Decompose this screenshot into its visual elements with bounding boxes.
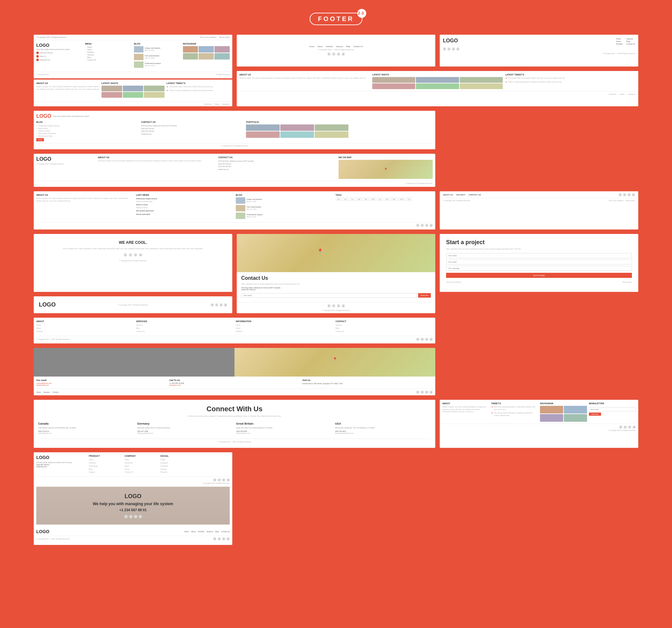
tag[interactable]: css [406, 197, 412, 201]
nav-contact[interactable]: Contact Us [221, 531, 230, 533]
card10-email-input[interactable] [241, 293, 417, 298]
nav-home[interactable]: Home [309, 46, 314, 47]
social-yt[interactable]: y [139, 515, 142, 518]
card14-email2[interactable]: info@email.com [36, 384, 167, 386]
card5-read-btn[interactable]: Read [36, 138, 44, 141]
nav-home[interactable]: Home [616, 38, 623, 40]
social-tw[interactable]: t [134, 253, 137, 257]
tag[interactable]: divi [356, 197, 362, 201]
link-facebook[interactable]: Facebook [609, 93, 616, 95]
social-ig[interactable]: i [129, 515, 133, 518]
nav-vacancy[interactable]: Vacancy [207, 531, 213, 533]
social-tw[interactable]: t [219, 303, 223, 306]
menu-portfolio[interactable]: Portfolio [85, 51, 133, 53]
card14-phone2[interactable]: Request a call [169, 384, 300, 386]
social-tw[interactable]: t [425, 224, 428, 227]
card10-subscribe-btn[interactable]: Subscribe [418, 293, 431, 298]
card8-terms[interactable]: Terms and conditions [608, 200, 623, 202]
social-fb[interactable]: f [619, 193, 622, 196]
link-contact[interactable]: CONTACT US [469, 194, 481, 196]
card1-privacy[interactable]: Privacy policy [219, 36, 230, 38]
social-ig[interactable]: i [624, 425, 627, 429]
link-twitter[interactable]: Twitter [620, 93, 625, 95]
social-fb[interactable]: f [328, 304, 331, 307]
tag[interactable]: css [350, 197, 355, 201]
nav-contact[interactable]: Contact Us [353, 46, 363, 47]
social-ig[interactable]: i [215, 303, 218, 306]
social-tw[interactable]: t [425, 391, 428, 394]
social-ig[interactable]: i [421, 224, 424, 227]
social-tw[interactable]: t [628, 425, 631, 429]
social-tw[interactable]: t [222, 479, 225, 482]
link-twitter[interactable]: Twitter [214, 103, 219, 105]
nav-about[interactable]: About [317, 46, 322, 47]
social-yt[interactable]: y [139, 253, 142, 257]
card8-privacy[interactable]: Privacy policy [625, 200, 635, 202]
social-yt[interactable]: y [430, 391, 433, 394]
social-yt[interactable]: y [342, 304, 345, 307]
social-ig[interactable]: i [623, 193, 626, 196]
tag[interactable]: divi [336, 197, 342, 201]
social-ig[interactable]: i [332, 52, 335, 56]
menu-about[interactable]: About [85, 49, 133, 51]
social-fb[interactable]: f [211, 303, 214, 306]
social-yt[interactable]: y [430, 338, 433, 341]
social-ig[interactable]: i [218, 537, 221, 540]
social-fb[interactable]: f [416, 224, 419, 227]
social-yt[interactable]: y [632, 193, 635, 196]
tag[interactable]: html [399, 197, 405, 201]
nav-contact[interactable]: Contact [52, 391, 58, 393]
tag[interactable]: html [391, 197, 397, 201]
card11-terms[interactable]: Terms and conditions [446, 281, 461, 283]
social-tw[interactable]: t [425, 338, 428, 341]
social-yt[interactable]: y [632, 425, 636, 429]
nav-contactus[interactable]: Contact Us [626, 43, 635, 45]
link-vacancy[interactable]: VACANCY [456, 194, 465, 196]
nav-vacancy[interactable]: Vacancy [626, 38, 635, 40]
menu-vacancy[interactable]: Vacancy [85, 54, 133, 56]
social-yt[interactable]: y [224, 303, 227, 306]
newsletter-input[interactable] [589, 407, 636, 412]
nav-blog[interactable]: Blog [626, 41, 635, 42]
tag[interactable]: divi [384, 197, 390, 201]
tag[interactable]: css [377, 197, 383, 201]
social-yt[interactable]: y [456, 47, 459, 51]
menu-home[interactable]: Home [85, 46, 133, 48]
social-ig[interactable]: i [447, 47, 451, 51]
tag[interactable]: divi [363, 197, 369, 201]
social-tw[interactable]: t [222, 537, 225, 540]
nav-vacancy[interactable]: Vacancy [336, 46, 343, 47]
social-fb[interactable]: f [124, 515, 127, 518]
nav-about[interactable]: About [191, 531, 196, 533]
social-yt[interactable]: y [226, 537, 230, 540]
card11-privacy[interactable]: Privacy policy [622, 281, 632, 283]
link-instagram[interactable]: Instagram [222, 103, 230, 105]
social-yt[interactable]: y [342, 52, 345, 56]
tag[interactable]: divi [343, 197, 349, 201]
nav-about[interactable]: About [616, 41, 623, 42]
card1-terms[interactable]: Terms and conditions [200, 36, 216, 38]
newsletter-btn[interactable]: Subscribe [589, 413, 601, 416]
card11-message-input[interactable] [446, 266, 632, 271]
social-fb[interactable]: f [124, 253, 127, 257]
social-fb[interactable]: f [416, 338, 419, 341]
social-tw[interactable]: t [337, 52, 340, 56]
social-tw[interactable]: t [134, 515, 137, 518]
menu-blog[interactable]: Blog [85, 56, 133, 58]
social-fb[interactable]: f [213, 537, 216, 540]
nav-home[interactable]: Home [184, 531, 189, 533]
link-facebook[interactable]: Facebook [204, 103, 212, 105]
social-fb[interactable]: f [416, 391, 419, 394]
social-yt[interactable]: y [226, 479, 230, 482]
social-yt[interactable]: y [430, 224, 433, 227]
link-about[interactable]: ABOUT US [443, 194, 453, 196]
nav-blog[interactable]: Blog [346, 46, 350, 47]
social-ig[interactable]: i [421, 391, 424, 394]
nav-about[interactable]: About [36, 391, 41, 393]
social-ig[interactable]: i [421, 338, 424, 341]
card11-name-input[interactable] [446, 253, 632, 258]
card11-send-btn[interactable]: Send message [446, 273, 632, 278]
tag[interactable]: html [370, 197, 376, 201]
nav-portfolio[interactable]: Portfolio [616, 43, 623, 45]
social-tw[interactable]: t [337, 304, 340, 307]
